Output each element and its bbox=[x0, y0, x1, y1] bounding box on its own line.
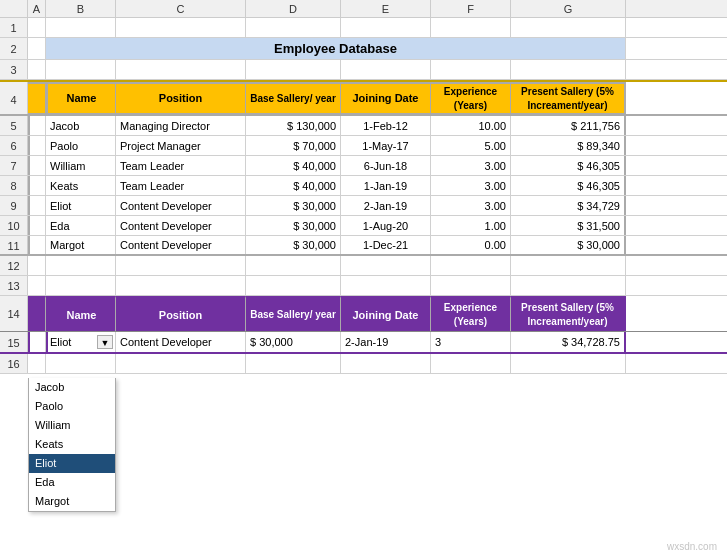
rownum-11: 11 bbox=[0, 236, 28, 254]
cell-B1 bbox=[46, 18, 116, 37]
header2-base-salary: Base Sallery/ year bbox=[246, 296, 341, 331]
row-4-header: 4 Name Position Base Sallery/ year Joini… bbox=[0, 80, 727, 116]
header-present-salary: Present Sallery (5% Increament/year) bbox=[511, 82, 626, 114]
rownum-5: 5 bbox=[0, 116, 28, 135]
header-A4 bbox=[28, 82, 46, 114]
lookup-A bbox=[28, 332, 46, 352]
dropdown-item-paolo[interactable]: Paolo bbox=[29, 397, 115, 416]
col-header-A: A bbox=[28, 0, 46, 17]
cell-exp-8: 3.00 bbox=[431, 176, 511, 195]
header2-position: Position bbox=[116, 296, 246, 331]
rownum-2: 2 bbox=[0, 38, 28, 59]
row-9: 9 Eliot Content Developer $ 30,000 2-Jan… bbox=[0, 196, 727, 216]
cell-E1 bbox=[341, 18, 431, 37]
col-header-G: G bbox=[511, 0, 626, 17]
dropdown-item-jacob[interactable]: Jacob bbox=[29, 378, 115, 397]
lookup-date: 2-Jan-19 bbox=[341, 332, 431, 352]
cell-pos-10: Content Developer bbox=[116, 216, 246, 235]
cell-A3 bbox=[28, 60, 46, 79]
row-6: 6 Paolo Project Manager $ 70,000 1-May-1… bbox=[0, 136, 727, 156]
rownum-1: 1 bbox=[0, 18, 28, 37]
cell-present-8: $ 46,305 bbox=[511, 176, 626, 195]
cell-E3 bbox=[341, 60, 431, 79]
lookup-name-cell[interactable]: Eliot ▼ bbox=[46, 332, 116, 352]
cell-A1 bbox=[28, 18, 46, 37]
col-header-B: B bbox=[46, 0, 116, 17]
col-header-C: C bbox=[116, 0, 246, 17]
cell-exp-5: 10.00 bbox=[431, 116, 511, 135]
header-joining-date: Joining Date bbox=[341, 82, 431, 114]
row-10: 10 Eda Content Developer $ 30,000 1-Aug-… bbox=[0, 216, 727, 236]
row-7: 7 William Team Leader $ 40,000 6-Jun-18 … bbox=[0, 156, 727, 176]
cell-present-11: $ 30,000 bbox=[511, 236, 626, 254]
rownum-10: 10 bbox=[0, 216, 28, 235]
header-position: Position bbox=[116, 82, 246, 114]
col-header-D: D bbox=[246, 0, 341, 17]
cell-date-6: 1-May-17 bbox=[341, 136, 431, 155]
cell-name-10: Eda bbox=[46, 216, 116, 235]
cell-name-8: Keats bbox=[46, 176, 116, 195]
header2-A bbox=[28, 296, 46, 331]
header2-present-salary: Present Sallery (5% Increament/year) bbox=[511, 296, 626, 331]
cell-C3 bbox=[116, 60, 246, 79]
dropdown-item-eda[interactable]: Eda bbox=[29, 473, 115, 492]
cell-sal-11: $ 30,000 bbox=[246, 236, 341, 254]
cell-present-5: $ 211,756 bbox=[511, 116, 626, 135]
cell-pos-6: Project Manager bbox=[116, 136, 246, 155]
cell-A2 bbox=[28, 38, 46, 59]
cell-D3 bbox=[246, 60, 341, 79]
cell-date-5: 1-Feb-12 bbox=[341, 116, 431, 135]
cell-present-9: $ 34,729 bbox=[511, 196, 626, 215]
row-11: 11 Margot Content Developer $ 30,000 1-D… bbox=[0, 236, 727, 256]
cell-exp-6: 5.00 bbox=[431, 136, 511, 155]
cell-exp-10: 1.00 bbox=[431, 216, 511, 235]
rownum-15: 15 bbox=[0, 332, 28, 352]
employee-data-rows: 5 Jacob Managing Director $ 130,000 1-Fe… bbox=[0, 116, 727, 256]
cell-G3 bbox=[511, 60, 626, 79]
title-cell: Employee Database bbox=[46, 38, 626, 59]
cell-sal-5: $ 130,000 bbox=[246, 116, 341, 135]
header2-experience: Experience (Years) bbox=[431, 296, 511, 331]
cell-present-10: $ 31,500 bbox=[511, 216, 626, 235]
dropdown-item-eliot[interactable]: Eliot bbox=[29, 454, 115, 473]
cell-sal-6: $ 70,000 bbox=[246, 136, 341, 155]
cell-F1 bbox=[431, 18, 511, 37]
dropdown-item-keats[interactable]: Keats bbox=[29, 435, 115, 454]
row-12: 12 bbox=[0, 256, 727, 276]
lookup-exp: 3 bbox=[431, 332, 511, 352]
cell-pos-8: Team Leader bbox=[116, 176, 246, 195]
cell-exp-7: 3.00 bbox=[431, 156, 511, 175]
dropdown-item-margot[interactable]: Margot bbox=[29, 492, 115, 511]
col-header-F: F bbox=[431, 0, 511, 17]
corner-cell bbox=[0, 0, 28, 17]
lookup-position: Content Developer bbox=[116, 332, 246, 352]
row-16: 16 bbox=[0, 354, 727, 374]
cell-sal-8: $ 40,000 bbox=[246, 176, 341, 195]
cell-date-9: 2-Jan-19 bbox=[341, 196, 431, 215]
row-14-header2: 14 Name Position Base Sallery/ year Join… bbox=[0, 296, 727, 332]
rownum-8: 8 bbox=[0, 176, 28, 195]
dropdown-item-william[interactable]: William bbox=[29, 416, 115, 435]
column-headers: A B C D E F G bbox=[0, 0, 727, 18]
cell-pos-7: Team Leader bbox=[116, 156, 246, 175]
col-header-E: E bbox=[341, 0, 431, 17]
cell-present-6: $ 89,340 bbox=[511, 136, 626, 155]
header2-name: Name bbox=[46, 296, 116, 331]
rownum-4: 4 bbox=[0, 82, 28, 114]
watermark: wxsdn.com bbox=[667, 541, 717, 552]
name-dropdown[interactable]: JacobPaoloWilliamKeatsEliotEdaMargot bbox=[28, 378, 116, 512]
rownum-6: 6 bbox=[0, 136, 28, 155]
rownum-9: 9 bbox=[0, 196, 28, 215]
lookup-name-value: Eliot bbox=[50, 334, 95, 350]
lookup-salary: $ 30,000 bbox=[246, 332, 341, 352]
lookup-present: $ 34,728.75 bbox=[511, 332, 626, 352]
cell-name-6: Paolo bbox=[46, 136, 116, 155]
header-base-salary: Base Sallery/ year bbox=[246, 82, 341, 114]
dropdown-arrow[interactable]: ▼ bbox=[97, 335, 113, 349]
cell-date-8: 1-Jan-19 bbox=[341, 176, 431, 195]
cell-exp-11: 0.00 bbox=[431, 236, 511, 254]
header-experience: Experience (Years) bbox=[431, 82, 511, 114]
cell-pos-5: Managing Director bbox=[116, 116, 246, 135]
cell-C1 bbox=[116, 18, 246, 37]
row-8: 8 Keats Team Leader $ 40,000 1-Jan-19 3.… bbox=[0, 176, 727, 196]
